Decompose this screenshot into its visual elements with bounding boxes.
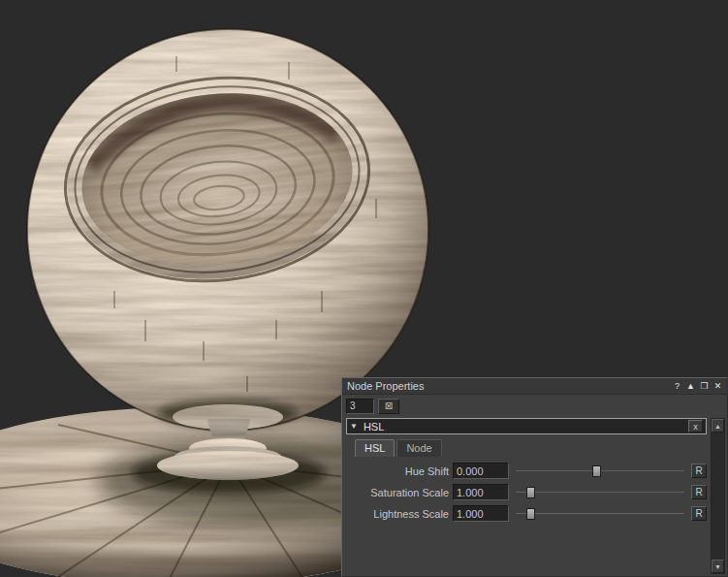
node-properties-panel: Node Properties ? ▲ ❐ ✕ ⊠ ▼ HSL x xyxy=(341,377,728,577)
saturation-scale-value-input[interactable] xyxy=(453,484,509,500)
reset-button[interactable]: R xyxy=(691,506,707,521)
slider-handle[interactable] xyxy=(526,487,535,498)
tab-hsl[interactable]: HSL xyxy=(355,439,395,457)
saturation-scale-slider[interactable] xyxy=(516,485,684,500)
parameter-list: Hue Shift R Saturation Scale xyxy=(346,463,707,522)
application-window: Node Properties ? ▲ ❐ ✕ ⊠ ▼ HSL x xyxy=(0,0,728,577)
hue-shift-value-input[interactable] xyxy=(453,463,509,479)
param-row-lightness-scale: Lightness Scale R xyxy=(346,505,707,522)
float-window-icon[interactable]: ❐ xyxy=(700,381,709,391)
panel-content: ▼ HSL x HSL Node Hue Shift xyxy=(346,418,711,574)
slider-handle[interactable] xyxy=(526,508,535,520)
close-node-settings-button[interactable]: x xyxy=(688,420,703,433)
scroll-up-button[interactable]: ▲ xyxy=(712,419,724,433)
param-label: Lightness Scale xyxy=(346,508,449,520)
panel-body: ▼ HSL x HSL Node Hue Shift xyxy=(342,416,727,575)
scrollbar-track[interactable] xyxy=(712,433,724,560)
lightness-scale-value-input[interactable] xyxy=(453,505,509,522)
panel-toolbar: ⊠ xyxy=(342,395,727,416)
scroll-down-button[interactable]: ▼ xyxy=(712,560,724,573)
param-label: Hue Shift xyxy=(346,465,449,477)
clear-panels-icon: ⊠ xyxy=(385,401,393,411)
tab-bar: HSL Node xyxy=(355,439,707,457)
lightness-scale-slider[interactable] xyxy=(516,506,684,522)
panel-title: Node Properties xyxy=(347,380,425,392)
param-row-hue-shift: Hue Shift R xyxy=(346,463,707,479)
minimize-icon[interactable]: ▲ xyxy=(686,381,695,391)
slider-track xyxy=(516,513,684,514)
param-label: Saturation Scale xyxy=(346,487,449,498)
node-header[interactable]: ▼ HSL x xyxy=(346,418,707,434)
titlebar-icons: ? ▲ ❐ ✕ xyxy=(673,381,722,391)
node-name-label: HSL xyxy=(364,421,384,433)
reset-button[interactable]: R xyxy=(691,485,707,499)
slider-track xyxy=(516,492,684,493)
collapse-arrow-icon[interactable]: ▼ xyxy=(350,422,358,431)
close-icon[interactable]: ✕ xyxy=(713,381,722,391)
panel-scrollbar[interactable]: ▲ ▼ xyxy=(711,418,725,574)
help-icon[interactable]: ? xyxy=(673,381,681,391)
tab-node[interactable]: Node xyxy=(396,439,441,457)
param-row-saturation-scale: Saturation Scale R xyxy=(346,484,707,500)
max-panels-input[interactable] xyxy=(346,399,374,414)
clear-panels-button[interactable]: ⊠ xyxy=(378,399,399,414)
hue-shift-slider[interactable] xyxy=(516,464,684,479)
slider-handle[interactable] xyxy=(592,465,601,477)
panel-titlebar[interactable]: Node Properties ? ▲ ❐ ✕ xyxy=(342,378,727,395)
reset-button[interactable]: R xyxy=(691,464,707,478)
